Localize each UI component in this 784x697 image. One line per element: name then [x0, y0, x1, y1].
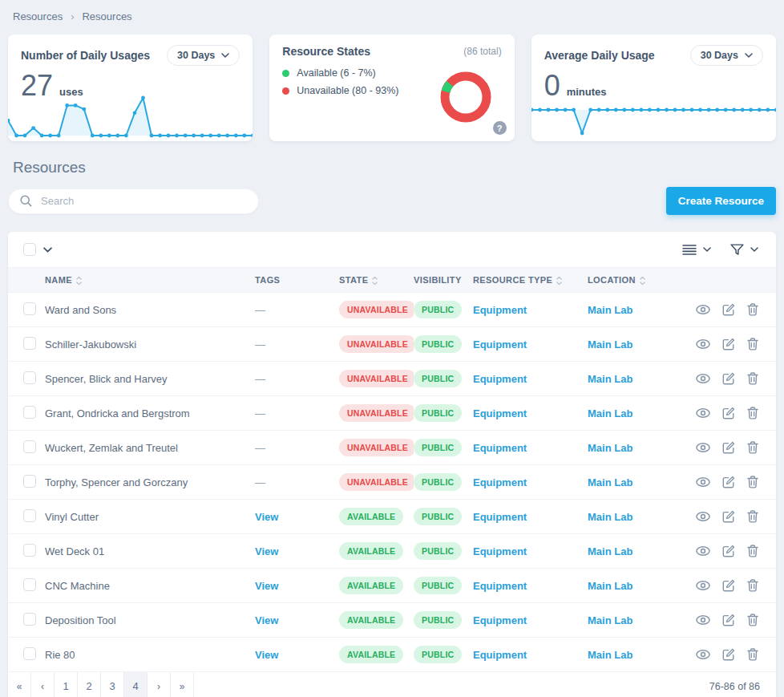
- select-all-checkbox[interactable]: [23, 243, 36, 256]
- daily-usages-period-dropdown[interactable]: 30 Days: [167, 45, 240, 66]
- resource-type-link[interactable]: Equipment: [473, 327, 588, 362]
- view-icon[interactable]: [696, 374, 710, 383]
- delete-icon[interactable]: [747, 476, 758, 488]
- help-icon[interactable]: ?: [493, 121, 507, 135]
- row-checkbox[interactable]: [23, 544, 36, 557]
- create-resource-button[interactable]: Create Resource: [666, 187, 776, 215]
- pagination-page-button-2[interactable]: 2: [78, 672, 101, 697]
- edit-icon[interactable]: [722, 648, 735, 661]
- view-icon[interactable]: [696, 615, 710, 625]
- location-link[interactable]: Main Lab: [588, 396, 684, 431]
- avg-usage-period-dropdown[interactable]: 30 Days: [690, 45, 763, 66]
- delete-icon[interactable]: [747, 579, 758, 592]
- sort-icon[interactable]: [640, 276, 645, 286]
- sort-icon[interactable]: [76, 276, 82, 286]
- pagination-next-button[interactable]: ›: [148, 672, 171, 697]
- delete-icon[interactable]: [747, 648, 758, 661]
- columns-settings-button[interactable]: [682, 245, 711, 255]
- edit-icon[interactable]: [722, 407, 735, 419]
- location-link[interactable]: Main Lab: [588, 362, 684, 396]
- tags-view-link[interactable]: View: [255, 500, 339, 534]
- resource-type-link[interactable]: Equipment: [473, 396, 588, 431]
- pagination-page-button-3[interactable]: 3: [101, 672, 124, 697]
- resource-type-link[interactable]: Equipment: [473, 534, 588, 569]
- delete-icon[interactable]: [747, 545, 758, 557]
- pagination-first-button[interactable]: «: [8, 672, 31, 697]
- view-icon[interactable]: [696, 443, 710, 452]
- row-checkbox[interactable]: [23, 613, 36, 626]
- location-link[interactable]: Main Lab: [588, 293, 684, 327]
- edit-icon[interactable]: [722, 545, 735, 557]
- location-link[interactable]: Main Lab: [588, 465, 684, 500]
- delete-icon[interactable]: [747, 372, 758, 385]
- location-link[interactable]: Main Lab: [588, 327, 684, 362]
- sort-icon[interactable]: [372, 276, 378, 286]
- column-header-resource-type[interactable]: RESOURCE TYPE: [473, 268, 588, 293]
- breadcrumb-item-resources[interactable]: Resources: [13, 10, 63, 22]
- edit-icon[interactable]: [722, 614, 735, 626]
- location-link[interactable]: Main Lab: [588, 569, 684, 603]
- column-header-location[interactable]: LOCATION: [588, 268, 684, 293]
- view-icon[interactable]: [696, 650, 710, 659]
- sort-icon[interactable]: [556, 276, 562, 286]
- row-checkbox[interactable]: [23, 647, 36, 660]
- row-checkbox[interactable]: [23, 302, 36, 315]
- pagination-page-button-1[interactable]: 1: [55, 672, 78, 697]
- row-checkbox[interactable]: [23, 371, 36, 384]
- resource-type-link[interactable]: Equipment: [473, 569, 588, 603]
- search-icon: [20, 195, 32, 207]
- tags-view-link[interactable]: View: [255, 638, 339, 672]
- view-icon[interactable]: [696, 546, 710, 556]
- delete-icon[interactable]: [747, 614, 758, 626]
- search-box[interactable]: [8, 188, 259, 214]
- edit-icon[interactable]: [722, 338, 735, 351]
- resource-type-link[interactable]: Equipment: [473, 603, 588, 638]
- edit-icon[interactable]: [722, 476, 735, 488]
- row-checkbox[interactable]: [23, 578, 36, 591]
- location-link[interactable]: Main Lab: [588, 534, 684, 569]
- row-checkbox[interactable]: [23, 475, 36, 488]
- row-checkbox[interactable]: [23, 337, 36, 350]
- resource-type-link[interactable]: Equipment: [473, 500, 588, 534]
- tags-view-link[interactable]: View: [255, 603, 339, 638]
- delete-icon[interactable]: [747, 407, 758, 419]
- location-link[interactable]: Main Lab: [588, 638, 684, 672]
- resource-type-link[interactable]: Equipment: [473, 431, 588, 465]
- edit-icon[interactable]: [722, 510, 735, 523]
- view-icon[interactable]: [696, 408, 710, 418]
- location-link[interactable]: Main Lab: [588, 431, 684, 465]
- view-icon[interactable]: [696, 305, 710, 314]
- view-icon[interactable]: [696, 581, 710, 590]
- row-checkbox[interactable]: [23, 406, 36, 419]
- edit-icon[interactable]: [722, 579, 735, 592]
- column-header-name[interactable]: NAME: [45, 268, 255, 293]
- delete-icon[interactable]: [747, 338, 758, 351]
- edit-icon[interactable]: [722, 303, 735, 316]
- resource-type-link[interactable]: Equipment: [473, 362, 588, 396]
- pagination-page-button-4[interactable]: 4: [124, 672, 148, 697]
- search-input[interactable]: [39, 194, 247, 208]
- resource-type-link[interactable]: Equipment: [473, 638, 588, 672]
- delete-icon[interactable]: [747, 441, 758, 454]
- view-icon[interactable]: [696, 339, 710, 349]
- delete-icon[interactable]: [747, 510, 758, 523]
- delete-icon[interactable]: [747, 303, 758, 316]
- tags-view-link[interactable]: View: [255, 569, 339, 603]
- row-checkbox[interactable]: [23, 509, 36, 522]
- pagination-last-button[interactable]: »: [171, 672, 194, 697]
- view-icon[interactable]: [696, 477, 710, 487]
- filter-button[interactable]: [730, 244, 758, 256]
- row-checkbox[interactable]: [23, 440, 36, 453]
- resource-type-link[interactable]: Equipment: [473, 293, 588, 327]
- resource-type-link[interactable]: Equipment: [473, 465, 588, 500]
- view-icon[interactable]: [696, 512, 710, 521]
- select-options-chevron-icon[interactable]: [43, 247, 52, 253]
- edit-icon[interactable]: [722, 372, 735, 385]
- location-link[interactable]: Main Lab: [588, 500, 684, 534]
- breadcrumb-item-resources-current[interactable]: Resources: [82, 10, 131, 22]
- column-header-state[interactable]: STATE: [339, 268, 414, 293]
- tags-view-link[interactable]: View: [255, 534, 339, 569]
- location-link[interactable]: Main Lab: [588, 603, 684, 638]
- pagination-prev-button[interactable]: ‹: [31, 672, 55, 697]
- edit-icon[interactable]: [722, 441, 735, 454]
